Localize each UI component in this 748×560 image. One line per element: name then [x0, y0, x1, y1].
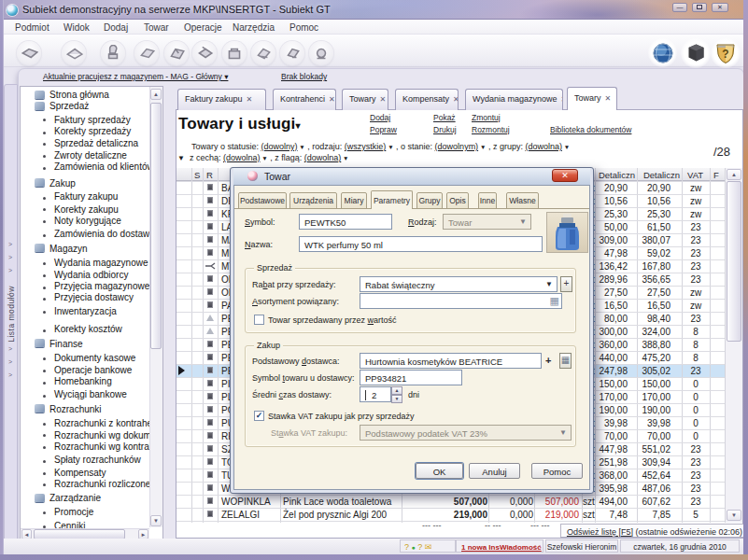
svg-text:?: ? [722, 48, 728, 61]
